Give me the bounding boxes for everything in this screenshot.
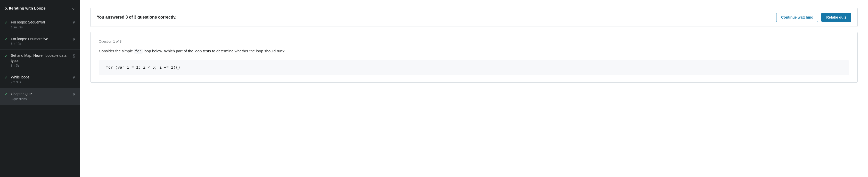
chapter-header[interactable]: 5. Iterating with Loops ⌄: [0, 0, 80, 16]
bookmark-icon[interactable]: ⎘: [73, 75, 75, 80]
sidebar-item-while-loops[interactable]: ✓ While loops 7m 38s ⎘: [0, 71, 80, 88]
check-icon: ✓: [5, 54, 8, 58]
sidebar-items-list: ✓ For loops: Sequential 10m 59s ⎘ ✓ For …: [0, 16, 80, 105]
item-title: While loops: [11, 75, 70, 80]
question-code-inline: for: [134, 49, 143, 54]
bookmark-icon[interactable]: ⎘: [73, 92, 75, 97]
retake-quiz-button[interactable]: Retake quiz: [821, 13, 851, 22]
item-text: For loops: Enumerative 6m 19s: [11, 37, 70, 46]
item-duration: 10m 59s: [11, 26, 70, 29]
item-title: For loops: Sequential: [11, 20, 70, 25]
item-title: Chapter Quiz: [11, 92, 70, 97]
item-title: For loops: Enumerative: [11, 37, 70, 42]
bookmark-icon[interactable]: ⎘: [73, 37, 75, 42]
sidebar-item-chapter-quiz[interactable]: ✓ Chapter Quiz 3 questions ⎘: [0, 88, 80, 105]
sidebar-item-for-loops-sequential[interactable]: ✓ For loops: Sequential 10m 59s ⎘: [0, 16, 80, 33]
continue-watching-button[interactable]: Continue watching: [776, 13, 818, 22]
sidebar-item-for-loops-enumerative[interactable]: ✓ For loops: Enumerative 6m 19s ⎘: [0, 33, 80, 50]
question-body-part1: Consider the simple: [99, 49, 134, 53]
item-duration: 8m 3s: [11, 64, 70, 67]
item-duration: 7m 38s: [11, 81, 70, 84]
result-text: You answered 3 of 3 questions correctly.: [97, 15, 176, 20]
check-icon: ✓: [5, 37, 8, 41]
sidebar: 5. Iterating with Loops ⌄ ✓ For loops: S…: [0, 0, 80, 177]
sidebar-item-set-and-map[interactable]: ✓ Set and Map: Newer loopable data types…: [0, 50, 80, 71]
main-content: You answered 3 of 3 questions correctly.…: [80, 0, 868, 177]
item-text: Chapter Quiz 3 questions: [11, 92, 70, 101]
item-text: While loops 7m 38s: [11, 75, 70, 84]
bookmark-icon[interactable]: ⎘: [73, 20, 75, 25]
item-text: For loops: Sequential 10m 59s: [11, 20, 70, 29]
check-icon: ✓: [5, 92, 8, 96]
question-body-part2: loop below. Which part of the loop tests…: [143, 49, 284, 53]
item-duration: 6m 19s: [11, 42, 70, 46]
question-number: Question 1 of 3: [99, 39, 849, 43]
check-icon: ✓: [5, 75, 8, 80]
result-banner: You answered 3 of 3 questions correctly.…: [90, 8, 858, 27]
check-icon: ✓: [5, 20, 8, 25]
item-title: Set and Map: Newer loopable data types: [11, 53, 70, 63]
result-actions: Continue watching Retake quiz: [776, 13, 851, 22]
item-text: Set and Map: Newer loopable data types 8…: [11, 53, 70, 67]
chapter-title: 5. Iterating with Loops: [5, 6, 69, 10]
question-card: Question 1 of 3 Consider the simple for …: [90, 32, 858, 83]
question-text: Consider the simple for loop below. Whic…: [99, 48, 849, 54]
item-duration: 3 questions: [11, 97, 70, 101]
bookmark-icon[interactable]: ⎘: [73, 54, 75, 58]
code-block: for (var i = 1; i < 5; i += 1){}: [99, 60, 849, 75]
chevron-down-icon: ⌄: [71, 5, 75, 11]
